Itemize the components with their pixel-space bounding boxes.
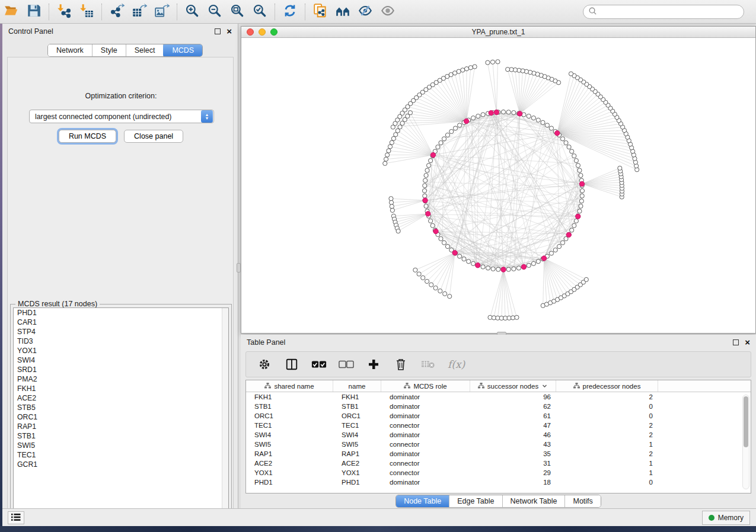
mcds-result-item[interactable]: ACE2: [14, 393, 228, 403]
table-row[interactable]: ACE2ACE2connector311: [246, 459, 751, 468]
table-row[interactable]: RAP1RAP1dominator352: [246, 449, 751, 459]
table-cell[interactable]: 96: [470, 392, 556, 402]
search-input[interactable]: [597, 8, 739, 16]
open-button[interactable]: [0, 2, 23, 22]
mcds-result-item[interactable]: TEC1: [14, 450, 228, 460]
mcds-result-item[interactable]: SRD1: [14, 365, 228, 374]
float-panel-icon[interactable]: [215, 28, 221, 34]
delete-column-button[interactable]: [393, 357, 409, 372]
table-cell[interactable]: 0: [556, 477, 658, 487]
table-cell[interactable]: ACE2: [333, 459, 381, 468]
show-column-panel-button[interactable]: [284, 357, 299, 372]
optimization-criterion-select[interactable]: largest connected component (undirected)…: [29, 110, 214, 123]
table-cell[interactable]: YOX1: [246, 468, 333, 477]
table-cell[interactable]: 29: [470, 468, 556, 477]
table-cell[interactable]: SWI5: [333, 440, 381, 449]
table-row[interactable]: SWI4SWI4dominator462: [246, 430, 751, 440]
table-cell[interactable]: 61: [470, 411, 556, 421]
table-cell[interactable]: TEC1: [333, 421, 381, 430]
table-cell[interactable]: 31: [470, 459, 556, 468]
table-settings-button[interactable]: [257, 357, 272, 372]
table-cell[interactable]: 47: [470, 421, 556, 430]
float-table-panel-icon[interactable]: [733, 339, 739, 345]
table-cell[interactable]: dominator: [381, 402, 470, 411]
hide-selected-button[interactable]: [354, 2, 377, 22]
mcds-result-item[interactable]: FKH1: [14, 384, 228, 393]
task-history-button[interactable]: [8, 511, 24, 524]
mcds-result-item[interactable]: PHD1: [14, 308, 228, 318]
table-cell[interactable]: 2: [556, 421, 658, 430]
mcds-result-item[interactable]: STB5: [14, 403, 228, 412]
search-field[interactable]: [583, 5, 744, 19]
table-cell[interactable]: ORC1: [333, 411, 381, 421]
mcds-result-item[interactable]: SWI5: [14, 441, 228, 450]
table-cell[interactable]: ACE2: [246, 459, 333, 468]
table-cell[interactable]: SWI5: [246, 440, 333, 449]
table-cell[interactable]: 62: [470, 402, 556, 411]
clone-network-button[interactable]: [309, 2, 331, 22]
vertical-splitter-handle[interactable]: [237, 263, 241, 273]
table-cell[interactable]: 2: [556, 449, 658, 459]
select-all-rows-button[interactable]: [311, 357, 327, 372]
mcds-result-item[interactable]: ORC1: [14, 412, 228, 422]
tab-style[interactable]: Style: [92, 44, 126, 56]
memory-button[interactable]: Memory: [702, 511, 750, 525]
table-cell[interactable]: 43: [470, 440, 556, 449]
table-cell[interactable]: dominator: [381, 430, 470, 440]
table-cell[interactable]: 18: [470, 477, 556, 487]
close-table-panel-icon[interactable]: ×: [745, 339, 750, 345]
table-cell[interactable]: dominator: [381, 449, 470, 459]
mcds-result-item[interactable]: YOX1: [14, 346, 228, 355]
first-neighbors-button[interactable]: [331, 2, 354, 22]
table-cell[interactable]: dominator: [381, 392, 470, 402]
table-cell[interactable]: 1: [556, 459, 658, 468]
column-header-predecessor-nodes[interactable]: predecessor nodes: [556, 380, 658, 392]
table-cell[interactable]: RAP1: [333, 449, 381, 459]
close-panel-icon[interactable]: ×: [227, 28, 232, 34]
mcds-result-item[interactable]: PMA2: [14, 374, 228, 384]
table-tab-network-table[interactable]: Network Table: [503, 495, 566, 507]
import-table-button[interactable]: [75, 2, 98, 22]
table-row[interactable]: STB1STB1dominator620: [246, 402, 751, 411]
delete-table-button[interactable]: [420, 357, 436, 372]
table-cell[interactable]: PHD1: [333, 477, 381, 487]
table-cell[interactable]: PHD1: [246, 477, 333, 487]
save-button[interactable]: [23, 2, 45, 22]
table-cell[interactable]: dominator: [381, 411, 470, 421]
run-mcds-button[interactable]: Run MCDS: [59, 130, 116, 143]
column-header-successor-nodes[interactable]: successor nodes: [470, 380, 556, 392]
tab-select[interactable]: Select: [126, 44, 164, 56]
table-cell[interactable]: ORC1: [246, 411, 333, 421]
table-cell[interactable]: 2: [556, 430, 658, 440]
table-cell[interactable]: 1: [556, 440, 658, 449]
table-cell[interactable]: 2: [556, 392, 658, 402]
table-cell[interactable]: connector: [381, 421, 470, 430]
table-cell[interactable]: SWI4: [246, 430, 333, 440]
table-cell[interactable]: 35: [470, 449, 556, 459]
table-cell[interactable]: 1: [556, 468, 658, 477]
table-cell[interactable]: dominator: [381, 477, 470, 487]
mcds-result-item[interactable]: STP4: [14, 327, 228, 336]
import-network-button[interactable]: [53, 2, 75, 22]
table-cell[interactable]: connector: [381, 459, 470, 468]
table-cell[interactable]: FKH1: [333, 392, 381, 402]
table-row[interactable]: TEC1TEC1connector472: [246, 421, 751, 430]
table-cell[interactable]: STB1: [246, 402, 333, 411]
show-all-button[interactable]: [377, 2, 399, 22]
zoom-selected-button[interactable]: [248, 2, 271, 22]
table-tab-node-table[interactable]: Node Table: [396, 495, 449, 507]
table-cell[interactable]: 0: [556, 402, 658, 411]
table-cell[interactable]: YOX1: [333, 468, 381, 477]
network-canvas[interactable]: [241, 38, 755, 333]
export-image-button[interactable]: [151, 2, 173, 22]
mcds-result-item[interactable]: STB1: [14, 431, 228, 441]
table-scrollbar[interactable]: [742, 395, 749, 489]
table-row[interactable]: SWI5SWI5connector431: [246, 440, 751, 449]
table-cell[interactable]: 46: [470, 430, 556, 440]
table-cell[interactable]: RAP1: [246, 449, 333, 459]
zoom-fit-button[interactable]: [226, 2, 248, 22]
table-tab-edge-table[interactable]: Edge Table: [449, 495, 502, 507]
table-scrollbar-thumb[interactable]: [744, 396, 748, 447]
table-cell[interactable]: connector: [381, 468, 470, 477]
zoom-in-button[interactable]: [181, 2, 203, 22]
